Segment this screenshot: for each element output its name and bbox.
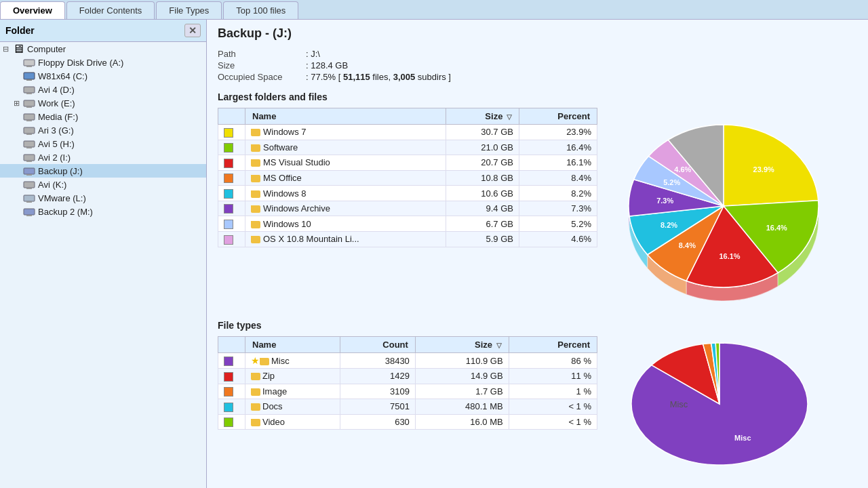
table-row[interactable]: ★Misc 38430 110.9 GB 86 % [218, 353, 597, 369]
folder-name-1: Software [245, 140, 446, 155]
close-button[interactable]: ✕ [184, 24, 201, 37]
sidebar-item-backup2[interactable]: Backup 2 (M:) [0, 205, 206, 218]
tab-folder-contents[interactable]: Folder Contents [66, 1, 155, 19]
svg-rect-7 [26, 106, 32, 108]
sidebar-header: Folder ✕ [0, 20, 206, 42]
sidebar-title: Folder [5, 25, 35, 36]
folder-name-2: MS Visual Studio [245, 155, 446, 171]
col-size-header[interactable]: Size ▽ [446, 108, 519, 125]
folder-size-2: 20.7 GB [446, 155, 519, 171]
svg-text:16.4%: 16.4% [766, 224, 787, 232]
sidebar-item-avi[interactable]: Avi (K:) [0, 178, 206, 191]
sidebar-item-media[interactable]: Media (F:) [0, 110, 206, 123]
sidebar-item-work[interactable]: ⊞Work (E:) [0, 96, 206, 110]
table-row[interactable]: Image 3109 1.7 GB 1 % [218, 384, 597, 399]
folder-name-3: MS Office [245, 170, 446, 186]
svg-rect-16 [24, 168, 35, 174]
ft-percent-3: < 1 % [509, 399, 597, 415]
pie-chart-1: 23.9%16.4%16.1%8.4%8.2%7.3%5.2%4.6%23.9%… [608, 108, 839, 306]
sidebar-item-avi2[interactable]: Avi 2 (I:) [0, 150, 206, 164]
svg-rect-17 [26, 174, 32, 176]
ft-count-1: 1429 [340, 369, 415, 384]
ft-col-count[interactable]: Count [340, 337, 415, 353]
sidebar-item-avi5[interactable]: Avi 5 (H:) [0, 137, 206, 150]
table-row[interactable]: Windows 8 10.6 GB 8.2% [218, 186, 597, 201]
folder-size-7: 5.9 GB [446, 231, 519, 247]
tab-bar: Overview Folder Contents File Types Top … [0, 0, 868, 20]
folder-percent-7: 4.6% [519, 231, 597, 247]
pie-chart-2: Misc Misc [611, 336, 828, 474]
ft-color-2 [218, 384, 245, 399]
sidebar-item-w81[interactable]: W81x64 (C:) [0, 69, 206, 83]
sidebar: Folder ✕ ⊟🖥ComputerFloppy Disk Drive (A:… [0, 20, 207, 488]
sidebar-label-ari3: Ari 3 (G:) [38, 125, 74, 136]
drive-icon-vmware [23, 192, 35, 203]
tab-file-types[interactable]: File Types [156, 1, 222, 19]
filetypes-content: Name Count Size ▽ Percent ★Misc 38430 11… [218, 336, 857, 474]
sidebar-item-backup[interactable]: Backup (J:) [0, 164, 206, 178]
pie2-label: Misc [670, 399, 688, 409]
table-row[interactable]: MS Office 10.8 GB 8.4% [218, 170, 597, 186]
sidebar-item-avi4[interactable]: Avi 4 (D:) [0, 83, 206, 96]
ft-col-name[interactable]: Name [245, 337, 340, 353]
ft-size-1: 14.9 GB [415, 369, 509, 384]
ft-percent-2: 1 % [509, 384, 597, 399]
table-row[interactable]: MS Visual Studio 20.7 GB 16.1% [218, 155, 597, 171]
folder-name-6: Windows 10 [245, 216, 446, 232]
ft-count-4: 630 [340, 414, 415, 430]
sidebar-label-floppy: Floppy Disk Drive (A:) [38, 58, 123, 68]
folder-name-0: Windows 7 [245, 125, 446, 140]
folder-color-4 [218, 186, 245, 201]
folder-percent-6: 5.2% [519, 216, 597, 232]
svg-rect-9 [26, 120, 32, 121]
tab-top100[interactable]: Top 100 files [223, 1, 298, 19]
info-grid: Path : J:\ Size : 128.4 GB Occupied Spac… [218, 49, 857, 82]
folder-color-7 [218, 231, 245, 247]
sidebar-item-vmware[interactable]: VMware (L:) [0, 191, 206, 205]
sidebar-item-floppy[interactable]: Floppy Disk Drive (A:) [0, 56, 206, 69]
table-row[interactable]: Zip 1429 14.9 GB 11 % [218, 369, 597, 384]
sidebar-item-computer[interactable]: ⊟🖥Computer [0, 42, 206, 56]
svg-text:8.4%: 8.4% [679, 241, 696, 249]
folder-size-3: 10.8 GB [446, 170, 519, 186]
filetypes-table: Name Count Size ▽ Percent ★Misc 38430 11… [218, 336, 597, 430]
table-row[interactable]: Docs 7501 480.1 MB < 1 % [218, 399, 597, 415]
table-row[interactable]: Windows 7 30.7 GB 23.9% [218, 125, 597, 140]
table-row[interactable]: Windows Archive 9.4 GB 7.3% [218, 201, 597, 216]
size-label: Size [218, 60, 306, 70]
svg-text:8.2%: 8.2% [660, 221, 677, 229]
sidebar-label-avi2: Avi 2 (I:) [38, 152, 71, 163]
folder-color-5 [218, 201, 245, 216]
ft-color-0 [218, 353, 245, 369]
filetypes-section-title: File types [218, 320, 857, 331]
table-row[interactable]: Software 21.0 GB 16.4% [218, 140, 597, 155]
col-name-header[interactable]: Name [245, 108, 446, 125]
expander-computer[interactable]: ⊟ [3, 45, 12, 54]
svg-rect-1 [26, 66, 32, 67]
svg-rect-22 [24, 209, 35, 215]
svg-text:16.1%: 16.1% [719, 252, 740, 260]
ft-size-2: 1.7 GB [415, 384, 509, 399]
svg-rect-15 [26, 161, 32, 162]
sidebar-item-ari3[interactable]: Ari 3 (G:) [0, 123, 206, 137]
tab-overview[interactable]: Overview [0, 1, 65, 19]
table-row[interactable]: Windows 10 6.7 GB 5.2% [218, 216, 597, 232]
col-color-header [218, 108, 245, 125]
folder-percent-3: 8.4% [519, 170, 597, 186]
occupied-label: Occupied Space [218, 72, 306, 82]
ft-col-size[interactable]: Size ▽ [415, 337, 509, 353]
folder-percent-5: 7.3% [519, 201, 597, 216]
folder-size-4: 10.6 GB [446, 186, 519, 201]
ft-percent-0: 86 % [509, 353, 597, 369]
largest-section-title: Largest folders and files [218, 92, 857, 102]
ft-name-2: Image [245, 384, 340, 399]
sidebar-label-avi5: Avi 5 (H:) [38, 139, 75, 149]
table-row[interactable]: Video 630 16.0 MB < 1 % [218, 414, 597, 430]
ft-col-percent[interactable]: Percent [509, 337, 597, 353]
table-row[interactable]: OS X 10.8 Mountain Li... 5.9 GB 4.6% [218, 231, 597, 247]
folder-color-0 [218, 125, 245, 140]
ft-col-color [218, 337, 245, 353]
expander-work[interactable]: ⊞ [14, 99, 23, 108]
col-percent-header[interactable]: Percent [519, 108, 597, 125]
svg-rect-2 [24, 73, 35, 79]
